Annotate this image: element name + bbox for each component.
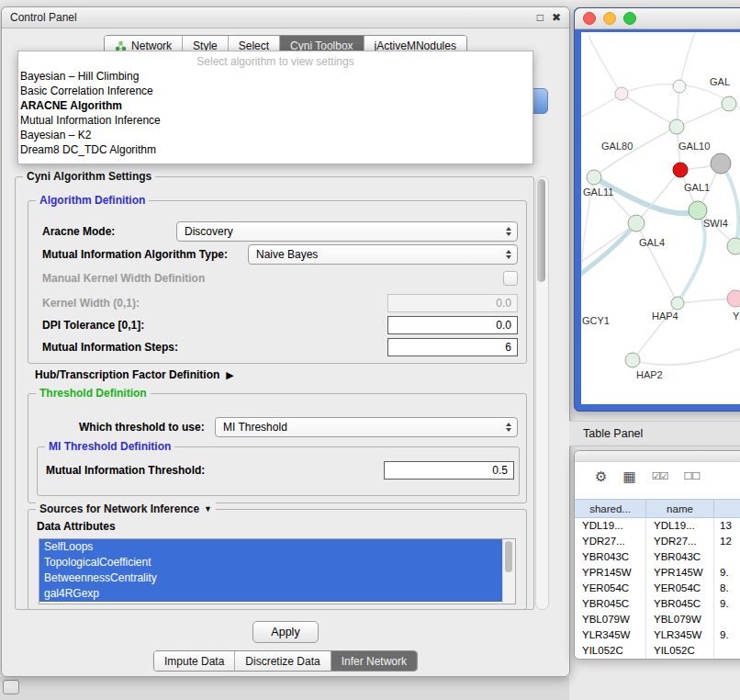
- dpi-tolerance-field[interactable]: 0.0: [387, 316, 518, 334]
- network-edge: [677, 104, 729, 127]
- table-cell: 9.: [714, 565, 740, 581]
- desktop: Control Panel □ ✖ Network Style: [0, 0, 740, 700]
- float-window-icon[interactable]: □: [537, 12, 544, 23]
- settings-gear-icon[interactable]: ⚙: [595, 469, 607, 483]
- table-cell: [714, 643, 740, 659]
- table-row[interactable]: YIL052CYIL052C: [575, 643, 740, 659]
- table-window-titlebar: [575, 451, 740, 462]
- table-row[interactable]: YBR045CYBR045C9.: [575, 596, 740, 612]
- tab-infer-network[interactable]: Infer Network: [331, 651, 417, 671]
- tab-discretize-data[interactable]: Discretize Data: [234, 651, 330, 671]
- mi-steps-value: 6: [505, 341, 511, 354]
- select-all-rows-icon[interactable]: ☑☑: [652, 471, 668, 481]
- table-cell: YDR27...: [575, 534, 646, 549]
- table-cell: YIL052C: [575, 643, 646, 659]
- show-columns-icon[interactable]: ▦: [622, 469, 635, 483]
- network-node[interactable]: [673, 163, 688, 177]
- network-node[interactable]: [625, 353, 640, 367]
- close-traffic-light[interactable]: [583, 12, 596, 25]
- mi-type-label: Mutual Information Algorithm Type:: [42, 244, 228, 265]
- table-cell: YER054C: [575, 581, 646, 596]
- attribute-item-selected[interactable]: gal4RGexp: [39, 586, 502, 602]
- tab-label: Discretize Data: [245, 655, 320, 668]
- tab-impute-data[interactable]: Impute Data: [154, 651, 234, 671]
- network-node[interactable]: [722, 96, 736, 111]
- column-header-extra[interactable]: [714, 500, 740, 517]
- sources-title: Sources for Network Inference: [39, 502, 199, 515]
- network-node[interactable]: [727, 238, 740, 254]
- table-cell: YBR045C: [646, 596, 714, 612]
- table-row[interactable]: YBL079WYBL079W: [575, 612, 740, 627]
- attributes-scrollbar[interactable]: [502, 539, 515, 604]
- table-cell: YBR045C: [575, 596, 646, 612]
- table-row[interactable]: YDR27...YDR27...12: [575, 534, 740, 549]
- mi-steps-label: Mutual Information Steps:: [42, 338, 178, 356]
- which-threshold-select[interactable]: MI Threshold: [215, 417, 518, 437]
- network-edge: [594, 127, 677, 177]
- algorithm-option[interactable]: Mutual Information Inference: [18, 113, 533, 128]
- attribute-item-selected[interactable]: TopologicalCoefficient: [39, 555, 502, 570]
- attribute-item-selected[interactable]: BetweennessCentrality: [39, 570, 502, 586]
- manual-kernel-checkbox[interactable]: [503, 271, 518, 286]
- table-row[interactable]: YDL19...YDL19...13: [575, 518, 740, 534]
- table-cell: YLR345W: [575, 627, 646, 643]
- mi-threshold-field[interactable]: 0.5: [384, 461, 514, 480]
- close-window-icon[interactable]: ✖: [552, 12, 561, 23]
- minimize-traffic-light[interactable]: [603, 12, 616, 25]
- threshold-definition-title: Threshold Definition: [36, 387, 151, 400]
- deselect-all-rows-icon[interactable]: ☐☐: [683, 471, 700, 481]
- combo-arrows-icon: [506, 250, 511, 259]
- attributes-scrollbar-thumb[interactable]: [505, 541, 512, 572]
- network-edge: [594, 177, 636, 223]
- network-node[interactable]: [689, 201, 707, 220]
- table-cell: YLR345W: [646, 627, 714, 643]
- table-toolbar: ⚙ ▦ ☑☑ ☐☐: [575, 462, 740, 491]
- aracne-mode-select[interactable]: Discovery: [176, 221, 518, 242]
- which-threshold-value: MI Threshold: [223, 421, 287, 434]
- algorithm-popup-placeholder: Select algorithm to view settings: [18, 54, 533, 69]
- network-node[interactable]: [673, 80, 686, 93]
- network-edge: [581, 223, 636, 262]
- combo-arrows-icon: [506, 423, 511, 432]
- network-edge: [636, 223, 678, 303]
- table-row[interactable]: YER054CYER054C8.: [575, 581, 740, 596]
- network-canvas[interactable]: GAL80GAL10GAL11GAL1SWI4GAL4GCY1HAP4HAP2G…: [581, 32, 740, 404]
- network-node[interactable]: [711, 153, 731, 174]
- network-node[interactable]: [727, 290, 740, 307]
- sources-toggle[interactable]: Sources for Network Inference ▼: [36, 502, 216, 515]
- algorithm-option[interactable]: Basic Correlation Inference: [18, 84, 533, 98]
- algorithm-option[interactable]: Bayesian – Hill Climbing: [18, 69, 533, 84]
- settings-scrollbar-thumb[interactable]: [537, 179, 545, 282]
- hub-definition-toggle[interactable]: Hub/Transcription Factor Definition ▶: [35, 367, 234, 382]
- network-node-label: GAL11: [583, 186, 613, 198]
- algorithm-option-selected[interactable]: ARACNE Algorithm: [18, 98, 533, 113]
- network-node[interactable]: [615, 87, 628, 100]
- kernel-width-field[interactable]: 0.0: [387, 294, 518, 312]
- column-header-shared-name[interactable]: shared...: [575, 500, 646, 517]
- algorithm-option[interactable]: Bayesian – K2: [18, 128, 533, 142]
- network-edge: [581, 94, 622, 117]
- attribute-item-selected[interactable]: SelfLoops: [39, 539, 502, 555]
- column-header-name[interactable]: name: [646, 500, 714, 517]
- network-node[interactable]: [669, 119, 684, 134]
- network-node[interactable]: [587, 170, 601, 185]
- mi-steps-field[interactable]: 6: [387, 338, 518, 356]
- network-node[interactable]: [628, 215, 645, 231]
- zoom-traffic-light[interactable]: [623, 12, 636, 25]
- algorithm-definition-title: Algorithm Definition: [36, 194, 149, 207]
- table-cell: 8.: [714, 581, 740, 596]
- table-row[interactable]: YBR043CYBR043C: [575, 549, 740, 565]
- mi-type-select[interactable]: Naive Bayes: [248, 244, 518, 265]
- hub-definition-label: Hub/Transcription Factor Definition: [35, 368, 219, 381]
- network-node[interactable]: [671, 297, 684, 310]
- table-row[interactable]: YPR145WYPR145W9.: [575, 565, 740, 581]
- data-attributes-list: SelfLoops TopologicalCoefficient Between…: [39, 538, 516, 604]
- settings-scrollbar[interactable]: [535, 176, 549, 610]
- table-row[interactable]: YLR345WYLR345W9.: [575, 627, 740, 643]
- apply-button[interactable]: Apply: [252, 621, 319, 643]
- network-window-titlebar: [575, 8, 740, 29]
- algorithm-option[interactable]: Dream8 DC_TDC Algorithm: [18, 142, 533, 157]
- collapsed-panel-icon[interactable]: [3, 680, 19, 694]
- aracne-mode-label: Aracne Mode:: [42, 221, 115, 242]
- table-cell: YIL052C: [646, 643, 714, 659]
